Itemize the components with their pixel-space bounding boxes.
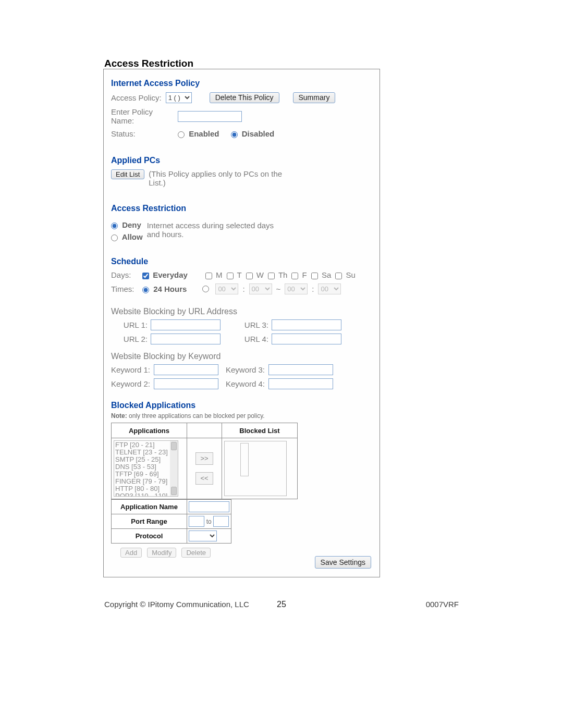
move-left-button[interactable]: << xyxy=(195,472,213,485)
day-f[interactable]: F xyxy=(291,270,307,279)
summary-button[interactable]: Summary xyxy=(293,92,336,103)
applications-listbox[interactable]: FTP [20 - 21] TELNET [23 - 23] SMTP [25 … xyxy=(114,440,178,497)
heading-url-blocking: Website Blocking by URL Address xyxy=(111,307,371,316)
everyday-checkbox[interactable]: Everyday xyxy=(142,270,188,279)
allow-option[interactable]: Allow xyxy=(111,232,143,241)
app-item[interactable]: FINGER [79 - 79] xyxy=(115,478,177,485)
time-range-option[interactable] xyxy=(202,286,209,292)
heading-keyword-blocking: Website Blocking by Keyword xyxy=(111,352,371,361)
kw3-label: Keyword 3: xyxy=(218,365,268,374)
status-disabled-option[interactable]: Disabled xyxy=(231,129,275,138)
modify-button[interactable]: Modify xyxy=(147,548,176,558)
blocked-listbox[interactable] xyxy=(224,441,287,496)
applications-header: Applications xyxy=(112,423,187,438)
access-policy-label: Access Policy: xyxy=(111,93,162,102)
url3-input[interactable] xyxy=(272,319,341,330)
applied-pcs-hint: (This Policy applies only to PCs on the … xyxy=(149,169,284,187)
day-w[interactable]: W xyxy=(246,270,264,279)
kw4-label: Keyword 4: xyxy=(218,379,268,388)
app-item[interactable]: POP3 [110 - 110] xyxy=(115,492,177,497)
applications-table: Applications Blocked List FTP [20 - 21] … xyxy=(111,423,298,499)
delete-policy-button[interactable]: Delete This Policy xyxy=(210,92,279,103)
kw2-input[interactable] xyxy=(154,378,218,389)
time-end-hour[interactable]: 00 xyxy=(285,283,308,294)
app-item[interactable]: SMTP [25 - 25] xyxy=(115,456,177,463)
url3-label: URL 3: xyxy=(221,320,272,329)
enter-policy-name-label: Enter Policy Name: xyxy=(111,107,174,125)
url2-label: URL 2: xyxy=(111,335,151,343)
kw1-label: Keyword 1: xyxy=(111,365,154,374)
protocol-label: Protocol xyxy=(112,529,187,544)
colon1: : xyxy=(242,285,244,293)
app-item[interactable]: TELNET [23 - 23] xyxy=(115,449,177,456)
page-title: Access Restriction xyxy=(104,58,193,69)
app-item[interactable]: FTP [20 - 21] xyxy=(115,441,177,449)
days-label: Days: xyxy=(111,270,138,279)
app-item[interactable]: DNS [53 - 53] xyxy=(115,463,177,471)
application-edit-table: Application Name Port Range to Protocol xyxy=(111,499,231,544)
day-m[interactable]: M xyxy=(205,270,223,279)
access-policy-select[interactable]: 1 ( ) xyxy=(166,92,192,103)
url2-input[interactable] xyxy=(151,334,221,344)
restriction-hint: Internet access during selected days and… xyxy=(147,220,283,239)
url1-label: URL 1: xyxy=(111,320,151,329)
heading-schedule: Schedule xyxy=(111,257,371,266)
status-label: Status: xyxy=(111,129,174,138)
heading-applied-pcs: Applied PCs xyxy=(111,156,371,165)
edit-list-button[interactable]: Edit List xyxy=(111,169,144,179)
day-th[interactable]: Th xyxy=(268,270,287,279)
scroll-down-icon[interactable] xyxy=(171,487,177,495)
blocked-apps-note: Note: only three applications can be blo… xyxy=(111,412,371,419)
settings-panel: Internet Access Policy Access Policy: 1 … xyxy=(103,69,380,577)
kw2-label: Keyword 2: xyxy=(111,379,154,388)
footer-page-number: 25 xyxy=(0,600,563,609)
colon2: : xyxy=(312,285,314,293)
day-sa[interactable]: Sa xyxy=(311,270,332,279)
port-range-label: Port Range xyxy=(112,514,187,529)
24hours-option[interactable]: 24 Hours xyxy=(142,285,187,293)
app-item[interactable]: TFTP [69 - 69] xyxy=(115,471,177,478)
day-t[interactable]: T xyxy=(227,270,242,279)
empty-list-indicator xyxy=(240,443,249,476)
day-su[interactable]: Su xyxy=(335,270,356,279)
heading-internet-access-policy: Internet Access Policy xyxy=(111,79,371,88)
kw4-input[interactable] xyxy=(268,378,333,389)
save-settings-button[interactable]: Save Settings xyxy=(315,556,371,569)
app-item[interactable]: HTTP [80 - 80] xyxy=(115,485,177,492)
url1-input[interactable] xyxy=(151,319,221,330)
tilde: ~ xyxy=(276,285,281,293)
add-button[interactable]: Add xyxy=(120,548,142,558)
scroll-up-icon[interactable] xyxy=(171,442,177,450)
port-to-input[interactable] xyxy=(213,516,229,527)
port-from-input[interactable] xyxy=(189,516,204,527)
policy-name-input[interactable] xyxy=(178,111,242,122)
heading-blocked-applications: Blocked Applications xyxy=(111,401,371,410)
port-to-word: to xyxy=(206,518,212,525)
time-start-min[interactable]: 00 xyxy=(249,283,272,294)
app-name-input[interactable] xyxy=(189,501,229,512)
footer-doc-id: 0007VRF xyxy=(426,600,459,609)
blocked-list-header: Blocked List xyxy=(222,423,298,438)
times-label: Times: xyxy=(111,285,138,293)
deny-option[interactable]: Deny xyxy=(111,220,143,229)
delete-button[interactable]: Delete xyxy=(181,548,211,558)
time-end-min[interactable]: 00 xyxy=(318,283,341,294)
move-right-button[interactable]: >> xyxy=(195,452,213,465)
time-start-hour[interactable]: 00 xyxy=(215,283,238,294)
scrollbar[interactable] xyxy=(170,441,178,496)
url4-input[interactable] xyxy=(272,334,341,344)
kw1-input[interactable] xyxy=(154,364,218,375)
kw3-input[interactable] xyxy=(268,364,333,375)
protocol-select[interactable] xyxy=(189,530,217,541)
url4-label: URL 4: xyxy=(221,335,272,343)
status-enabled-option[interactable]: Enabled xyxy=(178,129,219,138)
heading-access-restriction: Access Restriction xyxy=(111,204,371,213)
app-name-label: Application Name xyxy=(112,500,187,514)
